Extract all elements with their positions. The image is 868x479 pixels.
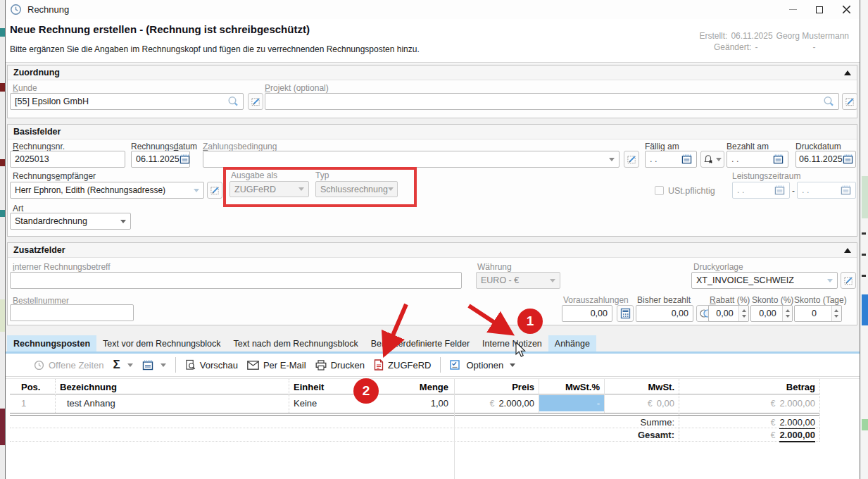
tab-benutzerdefinierte-felder[interactable]: Benutzerdefinierte Felder (365, 335, 476, 352)
col-header-betrag[interactable]: Betrag (786, 382, 815, 392)
drucken-button[interactable]: Drucken (315, 360, 365, 371)
betreff-input[interactable] (10, 272, 462, 289)
collapse-icon[interactable] (844, 70, 851, 75)
page-title: Neue Rechnung erstellen - (Rechnung ist … (10, 23, 310, 35)
rechnungsdatum-input[interactable]: 06.11.2025 (131, 151, 190, 168)
col-header-bezeichnung[interactable]: Bezeichnung (60, 382, 117, 392)
background-window-fragment (0, 83, 5, 92)
chevron-down-icon[interactable] (510, 363, 515, 367)
row-mwst[interactable]: € 0,00 (648, 398, 674, 409)
druckdatum-input[interactable]: 06.11.2025 (795, 151, 856, 168)
maximize-button[interactable] (806, 0, 833, 19)
empfaenger-select[interactable]: Herr Ephron, Edith (Rechnungsadresse) (10, 182, 204, 199)
zugferd-button[interactable]: ZUGFeRD (374, 359, 431, 371)
currency-symbol: € (648, 399, 653, 409)
per-email-button[interactable]: Per E-Mail (247, 360, 306, 371)
calendar-button[interactable] (142, 360, 166, 371)
zahlungsbedingung-edit-button[interactable] (624, 151, 639, 168)
tab-rechnungsposten[interactable]: Rechnungsposten (7, 335, 96, 352)
chevron-down-icon[interactable] (194, 189, 199, 192)
background-window-fragment (862, 419, 868, 430)
calendar-icon[interactable] (681, 154, 692, 164)
chevron-down-icon[interactable] (609, 158, 615, 161)
minimize-button[interactable] (779, 0, 806, 19)
tab-anhaenge[interactable]: Anhänge (548, 335, 596, 352)
col-header-menge[interactable]: Menge (420, 382, 448, 392)
calculator-button[interactable] (617, 305, 634, 322)
row-mwst-pct[interactable]: - (597, 398, 600, 409)
druckvorlage-select[interactable]: XT_INVOICE_SCHWEIZ (691, 272, 838, 289)
skonto-pct-stepper[interactable]: 0,00 (750, 305, 793, 322)
collapse-icon[interactable] (844, 248, 851, 253)
reminder-off-button[interactable] (700, 151, 724, 168)
col-header-mwst[interactable]: MwSt. (648, 382, 674, 392)
row-preis[interactable]: € 2.000,00 (490, 398, 534, 409)
rabatt-stepper[interactable]: 0,00 (708, 305, 749, 322)
calendar-icon[interactable] (180, 154, 190, 164)
chevron-down-icon[interactable] (120, 220, 126, 223)
chevron-down-icon[interactable] (161, 363, 166, 367)
empfaenger-edit-button[interactable] (207, 182, 222, 199)
group-zuordnung-header[interactable]: Zuordnung (8, 66, 857, 80)
offene-zeiten-button[interactable]: Offene Zeiten (34, 360, 104, 371)
calendar-icon (774, 185, 785, 195)
optionen-button[interactable]: Optionen (450, 360, 515, 371)
kunde-edit-button[interactable] (248, 93, 263, 110)
calendar-icon[interactable] (773, 154, 784, 164)
tab-text-vor-rechnungsblock[interactable]: Text vor dem Rechnungsblock (96, 335, 227, 352)
search-icon[interactable] (227, 96, 239, 107)
waehrung-label: Währung (477, 262, 512, 272)
spinner-arrows[interactable] (831, 306, 841, 321)
row-einheit[interactable]: Keine (294, 398, 317, 409)
bisher-bezahlt-input[interactable]: 0,00 (636, 305, 693, 322)
kunde-input[interactable]: [55] Epsilon GmbH (10, 93, 244, 110)
vorauszahlungen-input[interactable]: 0,00 (562, 305, 612, 322)
selected-cell[interactable] (539, 395, 604, 411)
zahlungsbedingung-select[interactable] (203, 151, 619, 168)
leistung-bis-input[interactable]: . . (797, 182, 856, 199)
chevron-down-icon[interactable] (127, 363, 133, 367)
tab-interne-notizen[interactable]: Interne Notizen (476, 335, 548, 352)
group-zusatzfelder-header[interactable]: Zusatzfelder (8, 243, 857, 258)
col-header-einheit[interactable]: Einheit (294, 382, 324, 392)
bestellnummer-input[interactable] (10, 304, 134, 321)
faellig-label: Fällig am (645, 142, 679, 151)
art-select[interactable]: Standardrechnung (10, 213, 131, 230)
skonto-tage-stepper[interactable]: 0 (794, 305, 842, 322)
waehrung-select[interactable]: EURO - € (476, 272, 560, 289)
search-icon[interactable] (823, 96, 834, 107)
calendar-icon[interactable] (843, 154, 853, 164)
background-window-fragment (0, 299, 5, 332)
leistung-von-input[interactable]: . . (732, 182, 790, 199)
ust-label: USt.pflichtig (668, 186, 715, 196)
druckvorlage-edit-button[interactable] (841, 272, 856, 289)
faellig-date-input[interactable]: . . (645, 151, 697, 168)
row-pos: 1 (21, 398, 26, 409)
close-button[interactable] (833, 0, 860, 19)
sum-button[interactable]: Σ (113, 358, 133, 372)
projekt-edit-button[interactable] (842, 93, 857, 110)
chevron-down-icon[interactable] (827, 279, 833, 282)
col-header-pos[interactable]: Pos. (21, 382, 40, 392)
spinner-arrows[interactable] (782, 306, 792, 321)
edit-icon (845, 96, 855, 107)
bezahlt-date-input[interactable]: . . (727, 151, 788, 168)
ust-checkbox[interactable] (655, 186, 664, 195)
col-header-preis[interactable]: Preis (512, 382, 534, 392)
projekt-input[interactable] (265, 93, 839, 110)
background-window-fragment (0, 28, 5, 37)
rechnungsnr-input[interactable]: 2025013 (10, 151, 125, 168)
background-window-fragment (862, 275, 866, 277)
col-header-mwst-pct[interactable]: MwSt.% (565, 382, 600, 392)
vorschau-button[interactable]: Vorschau (185, 359, 238, 371)
edit-icon (210, 185, 220, 196)
row-betrag[interactable]: € 2.000,00 (771, 398, 815, 409)
rabatt-label: Rabatt (%) (710, 295, 750, 305)
spinner-arrows[interactable] (738, 306, 748, 321)
row-bezeichnung[interactable]: test Anhang (67, 398, 115, 409)
chevron-down-icon[interactable] (716, 158, 722, 161)
row-menge[interactable]: 1,00 (431, 398, 448, 409)
invoice-app: Rechnung Neue Rechnung erstellen - (Rech… (0, 0, 868, 479)
group-basisfelder-header[interactable]: Basisfelder (8, 125, 857, 139)
tab-text-nach-rechnungsblock[interactable]: Text nach dem Rechnungsblock (227, 335, 365, 352)
